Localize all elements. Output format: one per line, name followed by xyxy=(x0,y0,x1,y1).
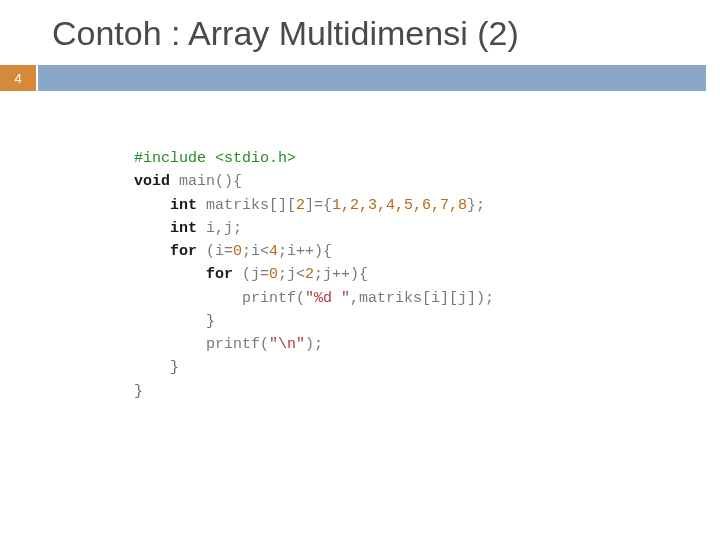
string: "\n" xyxy=(269,336,305,353)
nums: 1,2,3,4,5,6,7,8 xyxy=(332,197,467,214)
brace: } xyxy=(206,313,215,330)
code-line: #include <stdio.h> xyxy=(134,147,720,170)
code-line: for (i=0;i<4;i++){ xyxy=(134,240,720,263)
for-b: ;j< xyxy=(278,266,305,283)
decl-ij: i,j; xyxy=(206,220,242,237)
keyword-for: for xyxy=(170,243,206,260)
keyword-int: int xyxy=(170,220,206,237)
fn-printf: printf( xyxy=(206,336,269,353)
for-b: ;i< xyxy=(242,243,269,260)
num: 0 xyxy=(233,243,242,260)
keyword-for: for xyxy=(206,266,242,283)
code-line: } xyxy=(134,356,720,379)
num: 2 xyxy=(305,266,314,283)
decl-c: }; xyxy=(467,197,485,214)
code-line: int i,j; xyxy=(134,217,720,240)
for-a: (i= xyxy=(206,243,233,260)
header-band: 4 xyxy=(0,65,706,91)
num: 4 xyxy=(269,243,278,260)
args: ); xyxy=(305,336,323,353)
code-line: printf("\n"); xyxy=(134,333,720,356)
decl-b: ]={ xyxy=(305,197,332,214)
for-c: ;i++){ xyxy=(278,243,332,260)
code-line: void main(){ xyxy=(134,170,720,193)
keyword-int: int xyxy=(170,197,206,214)
fn-main: main(){ xyxy=(179,173,242,190)
for-c: ;j++){ xyxy=(314,266,368,283)
for-a: (j= xyxy=(242,266,269,283)
string: "%d " xyxy=(305,290,350,307)
brace: } xyxy=(170,359,179,376)
code-line: for (j=0;j<2;j++){ xyxy=(134,263,720,286)
page-number-chip: 4 xyxy=(0,65,36,91)
decl-a: matriks[][ xyxy=(206,197,296,214)
num: 2 xyxy=(296,197,305,214)
keyword-void: void xyxy=(134,173,179,190)
code-line: } xyxy=(134,380,720,403)
slide-title: Contoh : Array Multidimensi (2) xyxy=(0,0,720,65)
code-line: int matriks[][2]={1,2,3,4,5,6,7,8}; xyxy=(134,194,720,217)
num: 0 xyxy=(269,266,278,283)
header-band-fill xyxy=(38,65,706,91)
preprocessor: #include <stdio.h> xyxy=(134,150,296,167)
brace: } xyxy=(134,383,143,400)
fn-printf: printf( xyxy=(242,290,305,307)
code-line: printf("%d ",matriks[i][j]); xyxy=(134,287,720,310)
code-line: } xyxy=(134,310,720,333)
code-block: #include <stdio.h> void main(){ int matr… xyxy=(0,91,720,403)
args: ,matriks[i][j]); xyxy=(350,290,494,307)
